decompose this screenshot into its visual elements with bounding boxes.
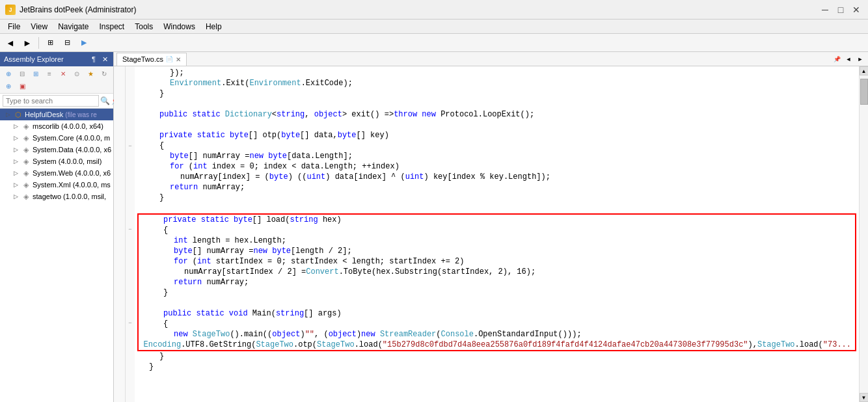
right-scrollbar: ▲ ▼: [859, 66, 868, 402]
tree-item-systemcore[interactable]: ▷ ◈ System.Core (4.0.0.0, m: [0, 132, 113, 144]
tree-item-helpfuldesk[interactable]: ▷ ⬡ HelpfulDesk (file was re: [0, 109, 113, 120]
expand-icon-systemcore[interactable]: ▷: [10, 133, 21, 143]
ln-14: [114, 203, 125, 213]
sidebar-tbtn-1[interactable]: ⊕: [2, 68, 15, 79]
back-button[interactable]: ◄: [3, 36, 18, 50]
toolbar: ◄ ► ⊞ ⊟ ▶: [0, 34, 868, 52]
sidebar-pin-button[interactable]: ¶: [89, 55, 98, 64]
collapse-4: [126, 99, 135, 109]
code-line-19: for ( int startIndex = 0; startIndex < l…: [139, 256, 855, 267]
tab-scroll-left[interactable]: ◄: [843, 54, 854, 64]
maximize-button[interactable]: □: [834, 3, 847, 16]
tree-item-systemdata[interactable]: ▷ ◈ System.Data (4.0.0.0, x6: [0, 144, 113, 155]
expand-icon-helpfuldesk[interactable]: ▷: [3, 109, 13, 120]
sidebar-close-button[interactable]: ✕: [100, 55, 109, 64]
code-line-26: new StageTwo ().main(( object ) "" , ( o…: [139, 329, 855, 340]
ln-27: [114, 338, 125, 349]
sidebar-tbtn-5[interactable]: ✕: [57, 68, 70, 79]
collapse-10: [126, 161, 135, 172]
tree-item-stagetwo[interactable]: ▷ ◈ stagetwo (1.0.0.0, msil,: [0, 191, 113, 202]
scroll-down-button[interactable]: ▼: [860, 393, 869, 402]
ln-8: [114, 141, 125, 151]
expand-icon-systemxml[interactable]: ▷: [10, 180, 21, 190]
collapse-21: [126, 276, 135, 286]
line-numbers: [114, 66, 126, 402]
tab-pin-button[interactable]: 📌: [832, 54, 842, 64]
sidebar-tbtn-2[interactable]: ⊟: [16, 68, 29, 79]
tree-item-system[interactable]: ▷ ◈ System (4.0.0.0, msil): [0, 155, 113, 167]
ln-2: [114, 78, 125, 88]
editor-area: StageTwo.cs 📄 ✕ 📌 ◄ ►: [114, 52, 868, 402]
toolbar-btn-2[interactable]: ⊟: [59, 36, 75, 50]
scroll-track[interactable]: [860, 75, 869, 393]
menu-help[interactable]: Help: [200, 21, 227, 33]
search-pin-icon[interactable]: 🔍: [100, 96, 110, 105]
scroll-up-button[interactable]: ▲: [860, 66, 869, 75]
assembly-icon-systemxml: ◈: [21, 180, 31, 190]
menu-tools[interactable]: Tools: [129, 21, 158, 33]
toolbar-separator-1: [38, 37, 39, 49]
collapse-13: [126, 193, 135, 203]
collapse-8[interactable]: −: [126, 141, 135, 151]
menu-file[interactable]: File: [3, 21, 25, 33]
menu-view[interactable]: View: [25, 21, 53, 33]
menu-windows[interactable]: Windows: [158, 21, 200, 33]
search-input[interactable]: [3, 95, 99, 107]
code-line-1: });: [135, 68, 859, 78]
code-line-16: {: [139, 225, 855, 235]
collapse-25[interactable]: −: [126, 317, 135, 328]
ln-13: [114, 193, 125, 203]
scroll-thumb[interactable]: [860, 79, 868, 105]
sidebar-tbtn-7[interactable]: ★: [84, 68, 97, 79]
collapse-20: [126, 265, 135, 276]
ln-21: [114, 276, 125, 286]
collapse-17: [126, 234, 135, 245]
tree-item-systemweb[interactable]: ▷ ◈ System.Web (4.0.0.0, x6: [0, 167, 113, 179]
code-line-6: [135, 120, 859, 130]
code-line-9: byte [] numArray = new byte [data.Length…: [135, 151, 859, 161]
collapse-14: [126, 203, 135, 213]
tab-scroll-right[interactable]: ►: [855, 54, 865, 64]
code-line-5: public static Dictionary < string , obje…: [135, 109, 859, 120]
menu-navigate[interactable]: Navigate: [53, 21, 94, 33]
assembly-icon-stagetwo: ◈: [21, 191, 31, 202]
minimize-button[interactable]: ─: [819, 3, 832, 16]
toolbar-btn-3[interactable]: ▶: [76, 36, 92, 50]
sidebar-tbtn-4[interactable]: ≡: [43, 68, 56, 79]
ln-9: [114, 151, 125, 161]
forward-button[interactable]: ►: [20, 36, 35, 50]
sidebar-tbtn-3[interactable]: ⊞: [29, 68, 42, 79]
main-layout: Assembly Explorer ¶ ✕ ⊕ ⊟ ⊞ ≡ ✕ ⊙ ★ ↻ ⊕ …: [0, 52, 868, 402]
menu-inspect[interactable]: Inspect: [94, 21, 130, 33]
expand-icon-mscorlib[interactable]: ▷: [10, 121, 21, 131]
sidebar-tbtn-10[interactable]: ▣: [16, 80, 29, 92]
code-line-20: numArray[startIndex / 2] = Convert .ToBy…: [139, 267, 855, 277]
tree-item-systemxml[interactable]: ▷ ◈ System.Xml (4.0.0.0, ms: [0, 179, 113, 191]
expand-icon-systemweb[interactable]: ▷: [10, 168, 21, 178]
tree-label-systemweb: System.Web (4.0.0.0, x6: [33, 169, 111, 177]
tree-item-mscorlib[interactable]: ▷ ◈ mscorlib (4.0.0.0, x64): [0, 120, 113, 132]
ln-6: [114, 120, 125, 130]
tab-close-button[interactable]: ✕: [176, 56, 181, 63]
sidebar-tbtn-6[interactable]: ⊙: [70, 68, 83, 79]
title-bar: J JetBrains dotPeek (Administrator) ─ □ …: [0, 0, 868, 20]
expand-icon-system[interactable]: ▷: [10, 156, 21, 167]
code-editor[interactable]: }); Environment.Exit(Environment.ExitCod…: [135, 66, 859, 402]
ln-29: [114, 359, 125, 369]
ln-16: [114, 224, 125, 234]
collapse-15: [126, 213, 135, 224]
ln-19: [114, 255, 125, 265]
collapse-9: [126, 151, 135, 161]
sidebar-tbtn-9[interactable]: ⊕: [2, 80, 15, 92]
collapse-16[interactable]: −: [126, 224, 135, 234]
expand-icon-stagetwo[interactable]: ▷: [10, 191, 21, 202]
expand-icon-systemdata[interactable]: ▷: [10, 144, 21, 155]
close-button[interactable]: ✕: [850, 3, 863, 16]
sidebar-tbtn-8[interactable]: ↻: [98, 68, 111, 79]
ln-17: [114, 234, 125, 245]
code-line-10: for ( int index = 0; index < data.Length…: [135, 161, 859, 172]
assembly-icon-mscorlib: ◈: [21, 121, 31, 131]
assembly-explorer-panel: Assembly Explorer ¶ ✕ ⊕ ⊟ ⊞ ≡ ✕ ⊙ ★ ↻ ⊕ …: [0, 52, 114, 402]
toolbar-btn-1[interactable]: ⊞: [42, 36, 58, 50]
editor-tab-stagetwo[interactable]: StageTwo.cs 📄 ✕: [116, 53, 187, 66]
